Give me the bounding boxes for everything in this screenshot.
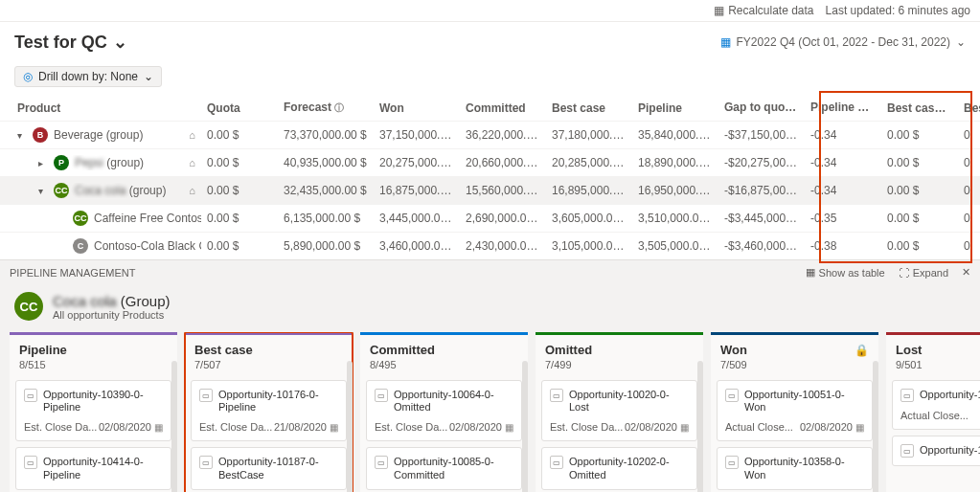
card-icon: ▭ xyxy=(725,389,739,402)
cell-forecast: 32,435,000.00 $ xyxy=(278,184,374,197)
col-forecast[interactable]: Forecast ⓘ xyxy=(278,101,374,115)
cell-quota: 0.00 $ xyxy=(201,184,278,197)
product-cell: ▾BBeverage (group)⌂ xyxy=(0,127,201,143)
product-cell: CCCaffeine Free Contoso-Cola⌂ xyxy=(0,211,201,226)
scrollbar[interactable] xyxy=(171,361,177,492)
card-list: ▭Opportunity-10051-0-WonActual Close...0… xyxy=(711,374,878,492)
scrollbar[interactable] xyxy=(697,361,703,492)
opportunity-card[interactable]: ▭Opportunity-10414-0-Pipeline xyxy=(15,447,171,489)
grid-row[interactable]: CContoso-Cola Black Cherry Va⌂0.00 $5,89… xyxy=(0,232,980,259)
cell-forecast: 5,890,000.00 $ xyxy=(278,239,374,253)
forecast-title-dropdown[interactable]: Test for QC ⌄ xyxy=(14,32,127,53)
target-icon: ◎ xyxy=(23,70,33,83)
scrollbar[interactable] xyxy=(347,361,353,492)
cell-bestcase: 3,605,000.00 $ xyxy=(546,212,632,225)
product-cell: ▸PPepsi (group)⌂ xyxy=(0,155,201,170)
card-title: Opportunity-10064-0-Omitted xyxy=(394,389,513,414)
grid-row[interactable]: CCCaffeine Free Contoso-Cola⌂0.00 $6,135… xyxy=(0,204,980,232)
kanban-board: Pipeline8/515▭Opportunity-10390-0-Pipeli… xyxy=(0,332,980,492)
opportunity-card[interactable]: ▭Opportunity-10020-0-LostEst. Close Da..… xyxy=(541,380,697,441)
column-name: Lost xyxy=(896,343,922,357)
card-title: Opportunity-10085-0-Committed xyxy=(394,456,513,481)
col-gap[interactable]: Gap to quota ⓘ xyxy=(718,101,805,115)
refresh-icon: ▦ xyxy=(714,4,724,17)
opportunity-card[interactable]: ▭Opportunity-10202-0-Omitted xyxy=(541,447,697,489)
cell-gap: -$3,460,000.00 xyxy=(718,239,805,253)
column-header: Won🔒7/509 xyxy=(711,335,878,374)
grid-row[interactable]: ▾BBeverage (group)⌂0.00 $73,370,000.00 $… xyxy=(0,121,980,148)
card-meta: Est. Close Da...02/08/2020 ▦ xyxy=(375,421,513,433)
cell-cover: -0.34 xyxy=(805,184,881,197)
column-name: Pipeline xyxy=(19,343,67,357)
cell-cover: -0.34 xyxy=(805,156,881,169)
cell-pipeline: 3,510,000.00 $ xyxy=(632,212,718,225)
col-quota[interactable]: Quota xyxy=(201,101,278,115)
org-icon: ⌂ xyxy=(189,129,195,141)
expand-button[interactable]: ⛶Expand xyxy=(899,267,948,279)
opportunity-card[interactable]: ▭Opportunity-10051-0-WonActual Close...0… xyxy=(717,380,873,441)
calendar-icon: ▦ xyxy=(855,422,864,433)
expand-chevron-icon[interactable]: ▾ xyxy=(38,186,48,196)
recalculate-button[interactable]: ▦ Recalculate data xyxy=(714,4,813,17)
opportunity-card[interactable]: ▭Opportunity-10064-0-OmittedEst. Close D… xyxy=(366,380,522,441)
opportunity-card[interactable]: ▭Opportunity-10176-0-PipelineEst. Close … xyxy=(191,380,347,441)
column-count: 8/515 xyxy=(19,359,168,370)
cell-cover: -0.34 xyxy=(805,128,881,142)
chevron-down-icon: ⌄ xyxy=(956,35,966,49)
cell-quota: 0.00 $ xyxy=(201,239,278,253)
page-title: Test for QC xyxy=(14,33,107,53)
col-committed[interactable]: Committed xyxy=(460,101,546,115)
cell-gap: -$16,875,000.00 xyxy=(718,184,805,197)
cell-gap: -$37,150,000.00 xyxy=(718,128,805,142)
col-bcprod[interactable]: Best case produ... xyxy=(958,101,980,115)
card-list: ▭Opportunity-10176-0-PipelineEst. Close … xyxy=(185,374,353,492)
grid-row[interactable]: ▸PPepsi (group)⌂0.00 $40,935,000.00 $20,… xyxy=(0,148,980,176)
opportunity-card[interactable]: ▭Opportunity-10187-0-BestCase xyxy=(191,447,347,489)
drill-label: Drill down by: None xyxy=(38,70,138,83)
col-bcdisco[interactable]: Best case disco... xyxy=(881,101,958,115)
cell-bestcase: 37,180,000.00 $ xyxy=(546,128,632,142)
cell-won: 3,460,000.00 $ xyxy=(374,239,460,253)
period-selector[interactable]: ▦ FY2022 Q4 (Oct 01, 2022 - Dec 31, 2022… xyxy=(720,35,966,49)
product-name: Coca cola (group) xyxy=(75,184,166,197)
col-cover[interactable]: Pipeline cove... ⓘ xyxy=(805,101,881,115)
column-name: Omitted xyxy=(545,343,592,357)
calendar-icon: ▦ xyxy=(154,422,163,433)
org-icon: ⌂ xyxy=(189,157,195,168)
card-title: Opportunity-10187-0-BestCase xyxy=(218,456,338,481)
card-title: Opportunity-10051-0-Won xyxy=(744,389,864,414)
cell-bcprod: 0 xyxy=(958,128,980,142)
opportunity-card[interactable]: ▭Opportunity-10390-0-PipelineEst. Close … xyxy=(15,380,171,441)
scrollbar[interactable] xyxy=(873,361,878,492)
cell-bcprod: 0 xyxy=(958,184,980,197)
cell-bcdisco: 0.00 $ xyxy=(881,156,958,169)
col-product[interactable]: Product xyxy=(0,101,201,115)
cell-won: 3,445,000.00 $ xyxy=(374,212,460,225)
opportunity-card[interactable]: ▭Opportunity-10358-0-Won xyxy=(717,447,873,489)
column-header: Committed8/495 xyxy=(360,335,528,374)
kanban-column: Pipeline8/515▭Opportunity-10390-0-Pipeli… xyxy=(10,332,177,492)
product-name: Pepsi (group) xyxy=(75,156,144,169)
card-list: ▭Opportunity-10090-Actual Close...02/08/… xyxy=(886,374,980,472)
grid-row[interactable]: ▾CCCoca cola (group)⌂0.00 $32,435,000.00… xyxy=(0,176,980,204)
cell-quota: 0.00 $ xyxy=(201,156,278,169)
scrollbar[interactable] xyxy=(522,361,528,492)
cell-committed: 36,220,000.00 $ xyxy=(460,128,546,142)
org-icon: ⌂ xyxy=(189,185,195,196)
col-bestcase[interactable]: Best case xyxy=(546,101,632,115)
drill-down-selector[interactable]: ◎ Drill down by: None ⌄ xyxy=(14,66,162,87)
column-header: Pipeline8/515 xyxy=(10,335,177,374)
card-title: Opportunity-10414-0-Pipeline xyxy=(43,456,163,481)
opportunity-card[interactable]: ▭Opportunity-10518- xyxy=(892,436,980,466)
product-name: Caffeine Free Contoso-Cola xyxy=(94,212,201,225)
col-pipeline[interactable]: Pipeline xyxy=(632,101,718,115)
chevron-down-icon: ⌄ xyxy=(113,32,127,53)
cell-quota: 0.00 $ xyxy=(201,212,278,225)
close-button[interactable]: ✕ xyxy=(962,266,970,279)
show-as-table-button[interactable]: ▦Show as table xyxy=(806,266,885,279)
opportunity-card[interactable]: ▭Opportunity-10085-0-Committed xyxy=(366,447,522,489)
expand-chevron-icon[interactable]: ▸ xyxy=(38,158,48,168)
expand-chevron-icon[interactable]: ▾ xyxy=(17,130,27,141)
col-won[interactable]: Won xyxy=(374,101,460,115)
opportunity-card[interactable]: ▭Opportunity-10090-Actual Close...02/08/… xyxy=(892,380,980,430)
